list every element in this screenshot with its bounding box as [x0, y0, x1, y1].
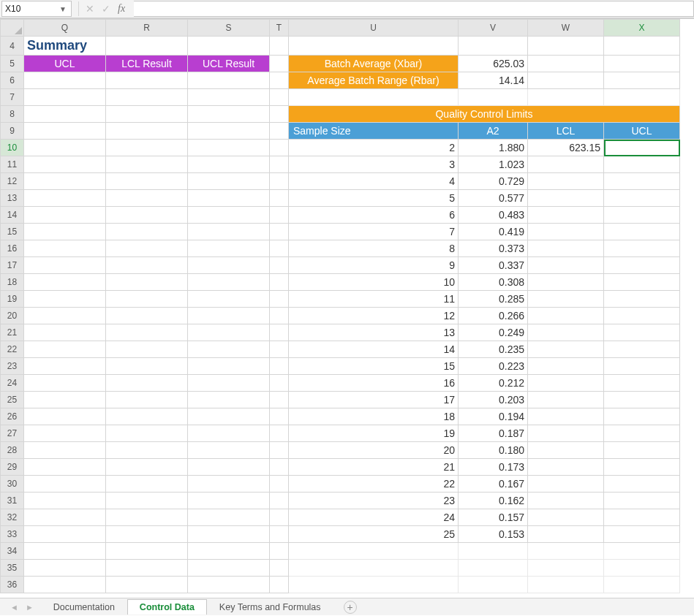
cell-W9[interactable]: LCL	[528, 123, 604, 140]
cell-S26[interactable]	[188, 408, 270, 425]
cell-S19[interactable]	[188, 291, 270, 308]
cell-Q14[interactable]	[24, 207, 106, 224]
cell-X22[interactable]	[604, 341, 680, 358]
cell-V18[interactable]: 0.308	[459, 274, 528, 291]
cell-T31[interactable]	[270, 493, 289, 509]
cell-R28[interactable]	[106, 442, 188, 459]
cell-W12[interactable]	[528, 173, 604, 190]
cell-X26[interactable]	[604, 408, 680, 425]
cell-W4[interactable]	[528, 37, 604, 56]
cell-U15[interactable]: 7	[289, 224, 459, 240]
cell-U13[interactable]: 5	[289, 190, 459, 207]
row-header-5[interactable]: 5	[1, 56, 24, 72]
cell-V5[interactable]: 625.03	[459, 56, 528, 72]
cell-Q20[interactable]	[24, 308, 106, 324]
cell-Q25[interactable]	[24, 392, 106, 408]
sheet-tab-key-terms-and-formulas[interactable]: Key Terms and Formulas	[207, 599, 333, 615]
cell-W29[interactable]	[528, 459, 604, 476]
cell-R6[interactable]	[106, 72, 188, 89]
cell-W15[interactable]	[528, 224, 604, 240]
cell-W11[interactable]	[528, 156, 604, 173]
cell-S24[interactable]	[188, 375, 270, 392]
cell-W31[interactable]	[528, 493, 604, 509]
cell-U20[interactable]: 12	[289, 308, 459, 324]
cell-V26[interactable]: 0.194	[459, 408, 528, 425]
cell-T19[interactable]	[270, 291, 289, 308]
cell-Q22[interactable]	[24, 341, 106, 358]
cell-V7[interactable]	[459, 89, 528, 106]
cell-W6[interactable]	[528, 72, 604, 89]
row-header-21[interactable]: 21	[1, 324, 24, 341]
sheet-nav-next-icon[interactable]: ►	[26, 603, 34, 612]
cell-X36[interactable]	[604, 577, 680, 593]
row-header-11[interactable]: 11	[1, 156, 24, 173]
cell-Q5[interactable]: UCL	[24, 56, 106, 72]
row-header-14[interactable]: 14	[1, 207, 24, 224]
cell-R36[interactable]	[106, 577, 188, 593]
cell-U6[interactable]: Average Batch Range (Rbar)	[289, 72, 459, 89]
cell-U5[interactable]: Batch Average (Xbar)	[289, 56, 459, 72]
cell-Q11[interactable]	[24, 156, 106, 173]
add-sheet-button[interactable]: +	[344, 601, 357, 614]
cell-X4[interactable]	[604, 37, 680, 56]
row-header-31[interactable]: 31	[1, 493, 24, 509]
cell-X30[interactable]	[604, 476, 680, 493]
cell-R15[interactable]	[106, 224, 188, 240]
cell-S17[interactable]	[188, 257, 270, 274]
cell-S23[interactable]	[188, 358, 270, 375]
row-header-4[interactable]: 4	[1, 37, 24, 56]
column-header-T[interactable]: T	[270, 20, 289, 37]
column-header-Q[interactable]: Q	[24, 20, 106, 37]
cell-R24[interactable]	[106, 375, 188, 392]
cell-V15[interactable]: 0.419	[459, 224, 528, 240]
cell-U8[interactable]: Quality Control Limits	[289, 106, 680, 123]
cell-U14[interactable]: 6	[289, 207, 459, 224]
cell-V4[interactable]	[459, 37, 528, 56]
cell-Q27[interactable]	[24, 425, 106, 442]
sheet-tab-documentation[interactable]: Documentation	[41, 599, 127, 615]
cell-V21[interactable]: 0.249	[459, 324, 528, 341]
cell-U35[interactable]	[289, 560, 459, 577]
cell-W30[interactable]	[528, 476, 604, 493]
cell-T11[interactable]	[270, 156, 289, 173]
row-header-10[interactable]: 10	[1, 140, 24, 156]
cell-R9[interactable]	[106, 123, 188, 140]
cell-X28[interactable]	[604, 442, 680, 459]
cell-Q13[interactable]	[24, 190, 106, 207]
cell-T22[interactable]	[270, 341, 289, 358]
cell-V9[interactable]: A2	[459, 123, 528, 140]
cell-W35[interactable]	[528, 560, 604, 577]
cell-W22[interactable]	[528, 341, 604, 358]
cell-X27[interactable]	[604, 425, 680, 442]
cell-Q8[interactable]	[24, 106, 106, 123]
select-all-corner[interactable]	[1, 20, 24, 37]
cell-T28[interactable]	[270, 442, 289, 459]
cell-R8[interactable]	[106, 106, 188, 123]
cell-T20[interactable]	[270, 308, 289, 324]
cell-X12[interactable]	[604, 173, 680, 190]
cell-S32[interactable]	[188, 509, 270, 526]
cell-T35[interactable]	[270, 560, 289, 577]
cell-W13[interactable]	[528, 190, 604, 207]
cell-T4[interactable]	[270, 37, 289, 56]
cell-V12[interactable]: 0.729	[459, 173, 528, 190]
cell-V10[interactable]: 1.880	[459, 140, 528, 156]
row-header-32[interactable]: 32	[1, 509, 24, 526]
cell-V29[interactable]: 0.173	[459, 459, 528, 476]
sheet-tab-control-data[interactable]: Control Data	[127, 599, 207, 615]
cell-U32[interactable]: 24	[289, 509, 459, 526]
cell-Q17[interactable]	[24, 257, 106, 274]
cell-R20[interactable]	[106, 308, 188, 324]
cell-S22[interactable]	[188, 341, 270, 358]
row-header-35[interactable]: 35	[1, 560, 24, 577]
cell-V36[interactable]	[459, 577, 528, 593]
cell-X14[interactable]	[604, 207, 680, 224]
cell-R27[interactable]	[106, 425, 188, 442]
cell-Q21[interactable]	[24, 324, 106, 341]
cell-U25[interactable]: 17	[289, 392, 459, 408]
row-header-26[interactable]: 26	[1, 408, 24, 425]
cell-X6[interactable]	[604, 72, 680, 89]
cell-U16[interactable]: 8	[289, 240, 459, 257]
cell-Q15[interactable]	[24, 224, 106, 240]
row-header-8[interactable]: 8	[1, 106, 24, 123]
